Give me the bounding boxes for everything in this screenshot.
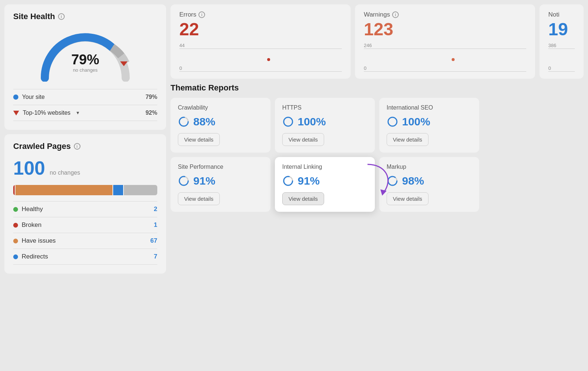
markup-circle-icon [387, 175, 398, 187]
gauge-svg: 79% no changes [34, 26, 137, 82]
top10-value: 92% [146, 110, 157, 116]
crawlability-name: Crawlability [178, 104, 263, 111]
your-site-label: Your site [22, 94, 45, 100]
crawled-count: 100 [13, 157, 45, 179]
count-broken: 1 [154, 221, 157, 229]
errors-max-line [179, 49, 342, 49]
errors-dot [267, 58, 270, 61]
errors-min-label: 0 [179, 65, 182, 71]
notifications-max-label: 386 [548, 43, 556, 48]
internal-linking-view-details[interactable]: View details [282, 192, 324, 205]
count-healthy: 2 [154, 206, 157, 213]
your-site-value: 79% [146, 94, 157, 100]
placeholder-cell [484, 98, 584, 153]
thematic-reports-title: Thematic Reports [171, 83, 584, 93]
report-https: HTTPS 100% View details [275, 98, 375, 153]
report-intl-seo: International SEO 100% View details [379, 98, 479, 153]
crawlability-score-row: 88% [178, 115, 263, 128]
markup-score: 98% [402, 175, 424, 187]
notifications-max-line [548, 49, 575, 49]
gauge-sub: no changes [71, 67, 99, 72]
warnings-value: 123 [364, 21, 526, 38]
legend-broken: Broken 1 [13, 219, 157, 231]
crawlability-score: 88% [193, 115, 215, 128]
progress-redirects [113, 185, 123, 195]
gauge-percent: 79% [71, 52, 99, 66]
placeholder-cell2 [484, 157, 584, 212]
warnings-card: Warnings i 123 246 0 [355, 4, 535, 79]
site-health-card: Site Health i 79% no changes [4, 4, 166, 130]
metrics-row: Errors i 22 44 0 Warnings i 123 246 [171, 4, 584, 79]
label-healthy: Healthy [22, 206, 43, 213]
crawled-pages-title: Crawled Pages i [13, 142, 157, 151]
site-performance-name: Site Performance [178, 164, 263, 170]
site-performance-score: 91% [193, 175, 215, 187]
label-redirects: Redirects [22, 253, 48, 260]
report-crawlability: Crawlability 88% View details [171, 98, 270, 153]
label-have-issues: Have issues [22, 237, 56, 245]
warnings-label: Warnings i [364, 11, 526, 18]
gauge-legend: Your site 79% Top-10% websites ▼ 92% [13, 88, 157, 122]
https-view-details[interactable]: View details [282, 133, 324, 146]
gauge-center: 79% no changes [71, 52, 99, 72]
crawled-pages-info-icon[interactable]: i [74, 143, 80, 150]
label-broken: Broken [22, 221, 42, 229]
dot-issues [13, 239, 18, 243]
notifications-value: 19 [548, 21, 575, 38]
warnings-chart: 246 0 [364, 43, 526, 72]
warnings-text: Warnings [364, 11, 390, 18]
report-internal-linking-popup: Internal Linking 91% View details [275, 157, 375, 212]
errors-card: Errors i 22 44 0 [171, 4, 351, 79]
notifications-min-line [548, 71, 575, 72]
your-site-row: Your site 79% [13, 91, 157, 103]
notifications-min-label: 0 [548, 65, 551, 71]
reports-grid-row2: Site Performance 91% View details Intern… [171, 157, 584, 212]
errors-min-line [179, 71, 342, 72]
warnings-min-line [364, 71, 526, 72]
site-performance-score-row: 91% [178, 175, 263, 187]
errors-label: Errors i [179, 11, 342, 18]
intl-seo-name: International SEO [387, 104, 472, 111]
notifications-label: Noti [548, 11, 575, 18]
crawlability-view-details[interactable]: View details [178, 133, 220, 146]
dot-healthy [13, 207, 18, 212]
top10-label: Top-10% websites [23, 110, 71, 116]
intl-seo-circle-icon [387, 116, 398, 128]
progress-issues [15, 185, 112, 195]
notifications-card: Noti 19 386 0 [539, 4, 584, 79]
legend-redirects: Redirects 7 [13, 250, 157, 263]
dot-redirects [13, 254, 18, 259]
crawled-sub: no changes [50, 170, 80, 176]
intl-seo-score: 100% [402, 115, 430, 128]
crawled-pages-card: Crawled Pages i 100 no changes Healthy 2 [4, 134, 166, 274]
site-performance-circle-icon [178, 175, 190, 187]
site-health-info-icon[interactable]: i [58, 13, 65, 20]
right-column: Errors i 22 44 0 Warnings i 123 246 [171, 4, 584, 367]
top10-row: Top-10% websites ▼ 92% [13, 107, 157, 119]
markup-name: Markup [387, 164, 472, 170]
svg-point-3 [284, 117, 293, 126]
crawled-pages-label: Crawled Pages [13, 142, 71, 151]
svg-point-4 [388, 117, 397, 126]
intl-seo-score-row: 100% [387, 115, 472, 128]
markup-view-details[interactable]: View details [387, 192, 429, 205]
https-name: HTTPS [282, 104, 368, 111]
warnings-dot [452, 58, 455, 61]
site-performance-view-details[interactable]: View details [178, 192, 220, 205]
top10-triangle [13, 111, 19, 115]
warnings-min-label: 0 [364, 65, 366, 71]
report-site-performance: Site Performance 91% View details [171, 157, 270, 212]
warnings-max-label: 246 [364, 43, 372, 48]
intl-seo-view-details[interactable]: View details [387, 133, 429, 146]
markup-score-row: 98% [387, 175, 472, 187]
top10-dropdown-arrow[interactable]: ▼ [76, 110, 80, 115]
https-score: 100% [298, 115, 326, 128]
notifications-chart: 386 0 [548, 43, 575, 72]
internal-linking-name: Internal Linking [282, 164, 368, 170]
internal-linking-score-row: 91% [282, 175, 368, 187]
errors-chart: 44 0 [179, 43, 342, 72]
progress-bar [13, 185, 157, 195]
warnings-info-icon[interactable]: i [392, 11, 399, 18]
legend-healthy: Healthy 2 [13, 203, 157, 215]
errors-info-icon[interactable]: i [198, 11, 205, 18]
